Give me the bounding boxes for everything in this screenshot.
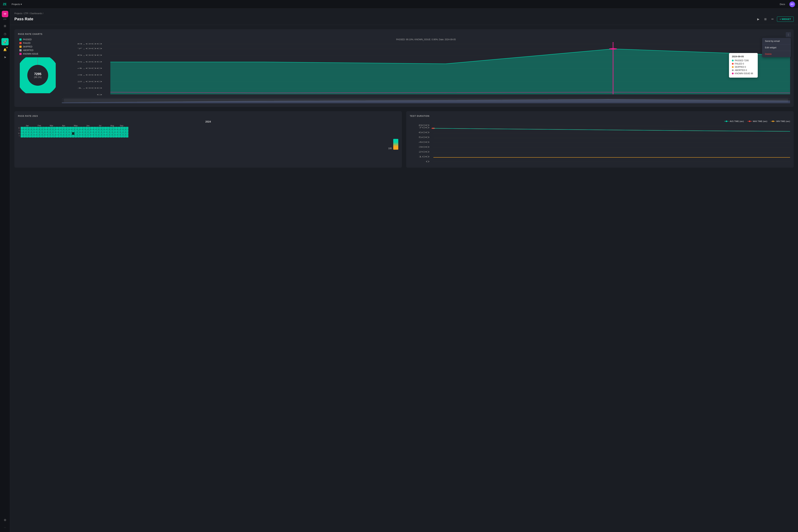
- cal-cell[interactable]: 11: [117, 132, 120, 135]
- cal-cell[interactable]: 14: [107, 132, 109, 135]
- widget-menu-button[interactable]: ⋮: [786, 32, 791, 37]
- cal-cell[interactable]: 31: [66, 132, 69, 135]
- cal-cell[interactable]: 18: [50, 127, 53, 129]
- cal-cell[interactable]: 20: [85, 135, 88, 137]
- cal-cell[interactable]: 30: [77, 135, 80, 137]
- cal-cell[interactable]: 19: [50, 129, 53, 132]
- cal-cell[interactable]: 3: [80, 127, 82, 129]
- cal-cell[interactable]: 6: [45, 132, 48, 135]
- cal-cell[interactable]: 29: [112, 135, 115, 137]
- cal-cell[interactable]: 1: [91, 127, 93, 129]
- cal-cell[interactable]: 3: [56, 132, 58, 135]
- cal-cell[interactable]: 8: [58, 127, 61, 129]
- edit-widget-item[interactable]: Edit widget: [762, 44, 791, 51]
- cal-cell[interactable]: 24: [29, 132, 31, 135]
- cal-cell[interactable]: 27: [112, 129, 115, 132]
- cal-cell[interactable]: 32: [66, 135, 69, 137]
- cal-cell[interactable]: 15: [107, 135, 109, 137]
- cal-cell[interactable]: 11: [58, 135, 61, 137]
- cal-cell[interactable]: 1: [56, 127, 58, 129]
- cal-cell[interactable]: 25: [29, 135, 31, 137]
- cal-cell[interactable]: 5: [80, 132, 82, 135]
- cal-cell[interactable]: 32: [126, 132, 128, 135]
- cal-cell[interactable]: 29: [31, 127, 34, 129]
- cal-cell[interactable]: 19: [85, 132, 88, 135]
- cal-cell[interactable]: 11: [93, 135, 96, 137]
- cal-cell[interactable]: 14: [37, 132, 39, 135]
- cal-cell[interactable]: 9: [69, 135, 72, 137]
- cal-cell[interactable]: 15: [96, 127, 99, 129]
- cal-cell[interactable]: 3: [20, 132, 23, 135]
- sidebar-item-settings[interactable]: ⚙: [1, 516, 8, 524]
- cal-cell[interactable]: 9: [117, 127, 120, 129]
- cal-cell[interactable]: 29: [66, 127, 69, 129]
- cal-cell[interactable]: 6: [34, 129, 37, 132]
- cal-cell[interactable]: 2: [20, 129, 23, 132]
- cal-cell[interactable]: 14: [72, 129, 74, 132]
- cal-cell[interactable]: 17: [96, 132, 99, 135]
- cal-cell[interactable]: 27: [77, 127, 80, 129]
- cal-cell[interactable]: 22: [63, 127, 66, 129]
- cal-cell[interactable]: 22: [29, 127, 31, 129]
- cal-cell[interactable]: 23: [123, 127, 126, 129]
- cal-cell[interactable]: 28: [42, 132, 45, 135]
- cal-cell[interactable]: 21: [74, 129, 77, 132]
- cal-cell[interactable]: 25: [99, 135, 101, 137]
- cal-cell[interactable]: 15: [37, 135, 39, 137]
- cal-cell[interactable]: 23: [29, 129, 31, 132]
- cal-cell[interactable]: 18: [96, 135, 99, 137]
- cal-cell[interactable]: 20: [50, 132, 53, 135]
- cal-cell[interactable]: 13: [48, 132, 50, 135]
- cal-cell[interactable]: 17: [120, 129, 123, 132]
- cal-cell[interactable]: 19: [120, 135, 123, 137]
- cal-cell[interactable]: 28: [112, 132, 115, 135]
- cal-cell[interactable]: 26: [88, 132, 91, 135]
- cal-cell[interactable]: 27: [88, 135, 91, 137]
- cal-cell[interactable]: 21: [109, 132, 112, 135]
- cal-cell[interactable]: 26: [53, 129, 56, 132]
- cal-cell[interactable]: 4: [56, 135, 58, 137]
- cal-cell[interactable]: 4: [91, 135, 93, 137]
- cal-cell[interactable]: 20: [39, 129, 42, 132]
- cal-cell[interactable]: 31: [31, 132, 34, 135]
- cal-cell[interactable]: 6: [104, 129, 107, 132]
- cal-cell[interactable]: 17: [61, 132, 63, 135]
- cal-cell[interactable]: 10: [58, 132, 61, 135]
- cal-cell[interactable]: 29: [77, 132, 80, 135]
- user-avatar[interactable]: KC: [790, 1, 795, 7]
- run-button[interactable]: ▶: [756, 16, 761, 22]
- cal-cell[interactable]: 25: [63, 135, 66, 137]
- cal-cell[interactable]: 12: [107, 127, 109, 129]
- sidebar-item-flag[interactable]: ⚑: [1, 54, 8, 61]
- edit-button[interactable]: ✏: [770, 16, 776, 22]
- cal-cell[interactable]: 21: [39, 132, 42, 135]
- cal-cell[interactable]: 17: [26, 132, 29, 135]
- cal-cell[interactable]: 23: [63, 129, 66, 132]
- projects-button[interactable]: Projects ▾: [10, 2, 23, 6]
- cal-cell[interactable]: 13: [37, 129, 39, 132]
- cal-cell[interactable]: 10: [82, 127, 85, 129]
- cal-cell[interactable]: 24: [88, 127, 91, 129]
- cal-cell[interactable]: 24: [63, 132, 66, 135]
- cal-cell[interactable]: 14: [48, 135, 50, 137]
- cal-cell[interactable]: 18: [26, 135, 29, 137]
- cal-cell[interactable]: 22: [39, 135, 42, 137]
- cal-cell[interactable]: 16: [72, 135, 74, 137]
- cal-cell[interactable]: 18: [61, 135, 63, 137]
- cal-cell[interactable]: 8: [23, 127, 26, 129]
- cal-cell[interactable]: 5: [34, 127, 37, 129]
- cal-cell[interactable]: 32: [101, 135, 104, 137]
- cal-cell[interactable]: 4: [80, 129, 82, 132]
- sidebar-item-clock[interactable]: ◷: [1, 30, 8, 37]
- cal-cell[interactable]: 30: [31, 129, 34, 132]
- cal-cell[interactable]: 12: [117, 135, 120, 137]
- cal-cell[interactable]: 27: [53, 132, 56, 135]
- cal-cell[interactable]: 22: [74, 132, 77, 135]
- cal-cell[interactable]: 7: [69, 129, 72, 132]
- breadcrumb-projects[interactable]: Projects: [14, 12, 22, 15]
- docs-link[interactable]: Docs: [780, 3, 785, 5]
- cal-cell[interactable]: 2: [56, 129, 58, 132]
- cal-cell[interactable]: 16: [61, 129, 63, 132]
- cal-cell[interactable]: 13: [72, 127, 74, 129]
- cal-cell[interactable]: 31: [101, 132, 104, 135]
